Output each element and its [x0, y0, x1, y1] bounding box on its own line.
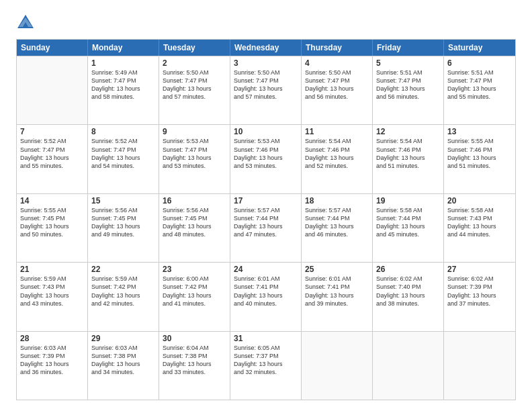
day-info: Sunrise: 5:51 AM Sunset: 7:47 PM Dayligh… — [376, 68, 440, 101]
day-info: Sunrise: 6:03 AM Sunset: 7:38 PM Dayligh… — [91, 344, 155, 377]
day-number: 19 — [376, 196, 440, 205]
day-number: 7 — [20, 127, 84, 136]
calendar-header-cell: Thursday — [302, 40, 373, 56]
calendar-cell: 13Sunrise: 5:55 AM Sunset: 7:46 PM Dayli… — [444, 125, 515, 193]
day-info: Sunrise: 5:50 AM Sunset: 7:47 PM Dayligh… — [163, 68, 226, 101]
day-number: 17 — [234, 196, 298, 205]
calendar-cell: 14Sunrise: 5:55 AM Sunset: 7:45 PM Dayli… — [17, 194, 88, 262]
day-number: 28 — [20, 334, 84, 343]
day-info: Sunrise: 5:54 AM Sunset: 7:46 PM Dayligh… — [305, 137, 369, 170]
calendar-week: 14Sunrise: 5:55 AM Sunset: 7:45 PM Dayli… — [17, 193, 515, 262]
calendar-cell — [444, 332, 515, 400]
calendar-body: 1Sunrise: 5:49 AM Sunset: 7:47 PM Daylig… — [17, 56, 515, 400]
calendar-header-cell: Monday — [88, 40, 159, 56]
day-number: 13 — [447, 127, 512, 136]
calendar-week: 1Sunrise: 5:49 AM Sunset: 7:47 PM Daylig… — [17, 56, 515, 124]
day-info: Sunrise: 5:52 AM Sunset: 7:47 PM Dayligh… — [20, 137, 84, 170]
day-number: 24 — [234, 265, 298, 274]
calendar-header-cell: Saturday — [444, 40, 515, 56]
day-number: 9 — [163, 127, 226, 136]
calendar-cell: 27Sunrise: 6:02 AM Sunset: 7:39 PM Dayli… — [444, 263, 515, 330]
day-number: 2 — [163, 58, 226, 68]
day-info: Sunrise: 5:55 AM Sunset: 7:45 PM Dayligh… — [20, 206, 84, 239]
calendar-cell: 30Sunrise: 6:04 AM Sunset: 7:38 PM Dayli… — [159, 332, 230, 400]
calendar-cell: 11Sunrise: 5:54 AM Sunset: 7:46 PM Dayli… — [302, 125, 373, 193]
calendar-cell — [302, 332, 373, 400]
day-info: Sunrise: 5:58 AM Sunset: 7:43 PM Dayligh… — [447, 206, 512, 239]
logo — [16, 13, 38, 32]
day-info: Sunrise: 6:02 AM Sunset: 7:39 PM Dayligh… — [447, 275, 512, 308]
calendar-cell: 21Sunrise: 5:59 AM Sunset: 7:43 PM Dayli… — [17, 263, 88, 330]
calendar-cell: 3Sunrise: 5:50 AM Sunset: 7:47 PM Daylig… — [230, 56, 302, 124]
day-number: 18 — [305, 196, 369, 205]
day-info: Sunrise: 6:01 AM Sunset: 7:41 PM Dayligh… — [234, 275, 298, 308]
calendar-week: 7Sunrise: 5:52 AM Sunset: 7:47 PM Daylig… — [17, 124, 515, 193]
calendar-cell: 17Sunrise: 5:57 AM Sunset: 7:44 PM Dayli… — [230, 194, 302, 262]
calendar-cell: 29Sunrise: 6:03 AM Sunset: 7:38 PM Dayli… — [88, 332, 159, 400]
day-info: Sunrise: 5:57 AM Sunset: 7:44 PM Dayligh… — [234, 206, 298, 239]
logo-icon — [16, 13, 35, 32]
calendar-header-cell: Tuesday — [159, 40, 230, 56]
calendar-cell — [17, 56, 88, 124]
day-number: 3 — [234, 58, 298, 68]
day-number: 26 — [376, 265, 440, 274]
header — [16, 13, 516, 32]
day-number: 6 — [447, 58, 512, 68]
day-number: 22 — [91, 265, 155, 274]
calendar-header-cell: Friday — [373, 40, 444, 56]
calendar-cell: 28Sunrise: 6:03 AM Sunset: 7:39 PM Dayli… — [17, 332, 88, 400]
day-number: 14 — [20, 196, 84, 205]
day-number: 16 — [163, 196, 226, 205]
day-info: Sunrise: 5:52 AM Sunset: 7:47 PM Dayligh… — [91, 137, 155, 170]
calendar-cell: 6Sunrise: 5:51 AM Sunset: 7:47 PM Daylig… — [444, 56, 515, 124]
day-info: Sunrise: 6:03 AM Sunset: 7:39 PM Dayligh… — [20, 344, 84, 377]
day-info: Sunrise: 6:05 AM Sunset: 7:37 PM Dayligh… — [234, 344, 298, 377]
calendar-cell: 2Sunrise: 5:50 AM Sunset: 7:47 PM Daylig… — [159, 56, 230, 124]
day-number: 4 — [305, 58, 369, 68]
day-number: 11 — [305, 127, 369, 136]
calendar-cell: 1Sunrise: 5:49 AM Sunset: 7:47 PM Daylig… — [88, 56, 159, 124]
day-info: Sunrise: 5:56 AM Sunset: 7:45 PM Dayligh… — [91, 206, 155, 239]
calendar-week: 28Sunrise: 6:03 AM Sunset: 7:39 PM Dayli… — [17, 331, 515, 400]
day-info: Sunrise: 5:59 AM Sunset: 7:43 PM Dayligh… — [20, 275, 84, 308]
day-info: Sunrise: 6:04 AM Sunset: 7:38 PM Dayligh… — [163, 344, 226, 377]
day-number: 10 — [234, 127, 298, 136]
day-number: 23 — [163, 265, 226, 274]
calendar-cell: 19Sunrise: 5:58 AM Sunset: 7:44 PM Dayli… — [373, 194, 444, 262]
day-info: Sunrise: 5:50 AM Sunset: 7:47 PM Dayligh… — [305, 68, 369, 101]
day-info: Sunrise: 6:00 AM Sunset: 7:42 PM Dayligh… — [163, 275, 226, 308]
calendar-header-cell: Sunday — [17, 40, 88, 56]
calendar-week: 21Sunrise: 5:59 AM Sunset: 7:43 PM Dayli… — [17, 262, 515, 330]
calendar-cell: 22Sunrise: 5:59 AM Sunset: 7:42 PM Dayli… — [88, 263, 159, 330]
day-info: Sunrise: 5:49 AM Sunset: 7:47 PM Dayligh… — [91, 68, 155, 101]
day-number: 1 — [91, 58, 155, 68]
calendar-cell: 12Sunrise: 5:54 AM Sunset: 7:46 PM Dayli… — [373, 125, 444, 193]
calendar-cell: 16Sunrise: 5:56 AM Sunset: 7:45 PM Dayli… — [159, 194, 230, 262]
calendar-cell: 24Sunrise: 6:01 AM Sunset: 7:41 PM Dayli… — [230, 263, 302, 330]
day-number: 31 — [234, 334, 298, 343]
calendar-cell: 7Sunrise: 5:52 AM Sunset: 7:47 PM Daylig… — [17, 125, 88, 193]
calendar-cell: 10Sunrise: 5:53 AM Sunset: 7:46 PM Dayli… — [230, 125, 302, 193]
day-info: Sunrise: 6:01 AM Sunset: 7:41 PM Dayligh… — [305, 275, 369, 308]
calendar-cell: 4Sunrise: 5:50 AM Sunset: 7:47 PM Daylig… — [302, 56, 373, 124]
day-number: 20 — [447, 196, 512, 205]
day-number: 5 — [376, 58, 440, 68]
day-info: Sunrise: 5:56 AM Sunset: 7:45 PM Dayligh… — [163, 206, 226, 239]
calendar: SundayMondayTuesdayWednesdayThursdayFrid… — [16, 39, 516, 400]
day-number: 21 — [20, 265, 84, 274]
calendar-cell: 5Sunrise: 5:51 AM Sunset: 7:47 PM Daylig… — [373, 56, 444, 124]
day-number: 8 — [91, 127, 155, 136]
day-info: Sunrise: 6:02 AM Sunset: 7:40 PM Dayligh… — [376, 275, 440, 308]
day-info: Sunrise: 5:53 AM Sunset: 7:46 PM Dayligh… — [234, 137, 298, 170]
calendar-cell: 25Sunrise: 6:01 AM Sunset: 7:41 PM Dayli… — [302, 263, 373, 330]
day-number: 25 — [305, 265, 369, 274]
calendar-cell: 31Sunrise: 6:05 AM Sunset: 7:37 PM Dayli… — [230, 332, 302, 400]
day-info: Sunrise: 5:54 AM Sunset: 7:46 PM Dayligh… — [376, 137, 440, 170]
day-info: Sunrise: 5:57 AM Sunset: 7:44 PM Dayligh… — [305, 206, 369, 239]
day-info: Sunrise: 5:50 AM Sunset: 7:47 PM Dayligh… — [234, 68, 298, 101]
calendar-cell: 20Sunrise: 5:58 AM Sunset: 7:43 PM Dayli… — [444, 194, 515, 262]
day-info: Sunrise: 5:59 AM Sunset: 7:42 PM Dayligh… — [91, 275, 155, 308]
calendar-cell: 9Sunrise: 5:53 AM Sunset: 7:47 PM Daylig… — [159, 125, 230, 193]
day-info: Sunrise: 5:55 AM Sunset: 7:46 PM Dayligh… — [447, 137, 512, 170]
calendar-header-cell: Wednesday — [230, 40, 302, 56]
